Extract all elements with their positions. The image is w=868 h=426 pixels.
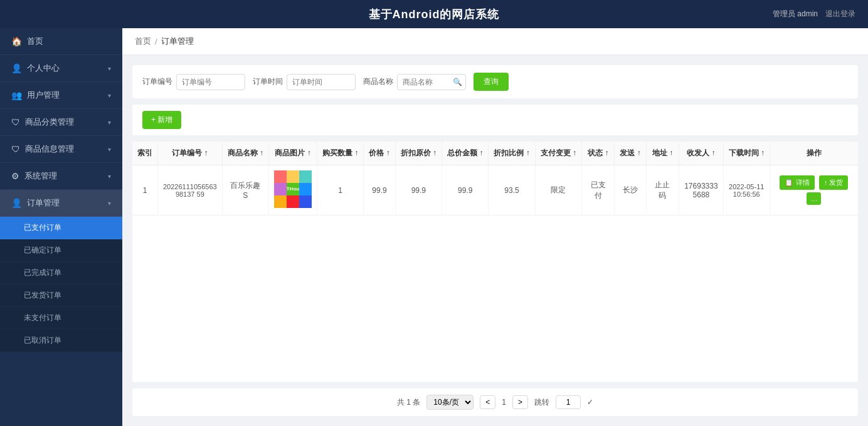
td-receiver: 176933335688	[679, 165, 723, 216]
page-jump-input[interactable]	[556, 395, 581, 409]
order-time-input[interactable]	[287, 74, 356, 90]
gear-icon: ⚙	[11, 171, 19, 181]
submenu-item-unpaid[interactable]: 未支付订单	[0, 307, 122, 330]
filter-goods-name: 商品名称 🔍	[363, 74, 466, 90]
th-original-price[interactable]: 折扣原价 ↑	[395, 142, 442, 165]
order-no-input[interactable]	[176, 74, 245, 90]
submenu-item-confirmed[interactable]: 已确定订单	[0, 239, 122, 262]
td-address: 止止码	[646, 165, 679, 216]
td-price: 99.9	[364, 165, 395, 216]
page-confirm[interactable]: ✓	[587, 398, 593, 407]
current-page: 1	[502, 398, 506, 407]
sidebar-item-home[interactable]: 🏠 首页	[0, 28, 122, 55]
submenu-item-cancelled[interactable]: 已取消订单	[0, 330, 122, 352]
order-table: 索引 订单编号 ↑ 商品名称 ↑ 商品图片 ↑ 购买数量 ↑ 价格 ↑ 折扣原价…	[132, 142, 858, 216]
sidebar-item-goods-category[interactable]: 🛡 商品分类管理 ▾	[0, 109, 122, 136]
submenu-item-completed[interactable]: 已完成订单	[0, 262, 122, 284]
th-discount[interactable]: 折扣比例 ↑	[489, 142, 535, 165]
submenu-item-pending-pay[interactable]: 已支付订单	[0, 217, 122, 239]
filter-bar: 订单编号 订单时间 商品名称 🔍 查询	[132, 65, 858, 98]
svg-rect-8	[287, 195, 299, 208]
td-goods-img: THou	[269, 165, 317, 216]
sidebar: 🏠 首页 👤 个人中心 ▾ 👥 用户管理 ▾ 🛡 商品分类管理 ▾	[0, 28, 122, 426]
order-time-label: 订单时间	[253, 76, 283, 87]
content-inner: 订单编号 订单时间 商品名称 🔍 查询 + 新增	[122, 55, 868, 426]
th-address[interactable]: 地址 ↑	[646, 142, 679, 165]
order-no-label: 订单编号	[142, 76, 172, 87]
th-goods-img[interactable]: 商品图片 ↑	[269, 142, 317, 165]
add-button[interactable]: + 新增	[142, 111, 181, 129]
users-icon: 👥	[11, 90, 22, 100]
th-total-price[interactable]: 总价金额 ↑	[442, 142, 489, 165]
user-label: 管理员 admin	[773, 9, 818, 19]
svg-rect-3	[299, 170, 312, 183]
svg-rect-4	[274, 183, 287, 195]
total-count: 共 1 条	[397, 397, 420, 408]
home-icon: 🏠	[11, 36, 22, 46]
sidebar-item-user-mgmt[interactable]: 👥 用户管理 ▾	[0, 82, 122, 109]
sidebar-label-user-mgmt: 用户管理	[27, 90, 60, 101]
per-page-select[interactable]: 10条/页 20条/页 50条/页	[426, 395, 474, 410]
search-button[interactable]: 查询	[474, 73, 509, 91]
chevron-down-icon-5: ▾	[108, 173, 111, 180]
th-buy-count[interactable]: 购买数量 ↑	[317, 142, 364, 165]
th-pay-change[interactable]: 支付变更 ↑	[535, 142, 581, 165]
td-pay-change: 限定	[535, 165, 581, 216]
td-action: 📋 详情 ↑ 发货 …	[770, 165, 858, 216]
chevron-down-icon-2: ▾	[108, 92, 111, 99]
chevron-down-icon: ▾	[108, 65, 111, 72]
td-order-no: 2022611105656398137 59	[158, 165, 223, 216]
prev-page-button[interactable]: <	[480, 395, 495, 409]
th-price[interactable]: 价格 ↑	[364, 142, 395, 165]
sidebar-item-system[interactable]: ⚙ 系统管理 ▾	[0, 163, 122, 190]
sidebar-item-order-mgmt[interactable]: 👤 订单管理 ▾	[0, 190, 122, 217]
order-submenu: 已支付订单 已确定订单 已完成订单 已发货订单 未支付订单 已取消订单	[0, 217, 122, 352]
product-image: THou	[274, 170, 312, 208]
more-button[interactable]: …	[807, 192, 821, 205]
chevron-down-icon-3: ▾	[108, 119, 111, 126]
breadcrumb-home[interactable]: 首页	[135, 36, 151, 47]
th-goods-name[interactable]: 商品名称 ↑	[222, 142, 268, 165]
send-button[interactable]: ↑ 发货	[819, 175, 849, 190]
th-action: 操作	[770, 142, 858, 165]
shield-icon-2: 🛡	[11, 144, 20, 154]
th-status[interactable]: 状态 ↑	[582, 142, 615, 165]
svg-rect-1	[274, 170, 287, 183]
sidebar-label-goods-category: 商品分类管理	[25, 117, 74, 128]
table-row: 1 2022611105656398137 59 百乐乐趣S	[132, 165, 858, 216]
detail-button[interactable]: 📋 详情	[780, 175, 814, 190]
toolbar: + 新增	[132, 105, 858, 135]
pagination-bar: 共 1 条 10条/页 20条/页 50条/页 < 1 > 跳转 ✓	[132, 388, 858, 416]
svg-text:THou: THou	[287, 186, 300, 192]
top-header: 基于Android的网店系统 管理员 admin 退出登录	[0, 0, 868, 28]
th-receiver[interactable]: 收发人 ↑	[679, 142, 723, 165]
logout-button[interactable]: 退出登录	[825, 9, 855, 19]
filter-order-no: 订单编号	[142, 74, 245, 90]
th-seq: 索引	[132, 142, 158, 165]
user-info: 管理员 admin 退出登录	[773, 9, 855, 19]
main-layout: 🏠 首页 👤 个人中心 ▾ 👥 用户管理 ▾ 🛡 商品分类管理 ▾	[0, 28, 868, 426]
td-buy-count: 1	[317, 165, 364, 216]
breadcrumb-current: 订单管理	[161, 36, 194, 47]
order-icon: 👤	[11, 198, 22, 208]
th-download-time[interactable]: 下载时间 ↑	[723, 142, 770, 165]
th-order-no[interactable]: 订单编号 ↑	[158, 142, 223, 165]
td-goods-name: 百乐乐趣S	[222, 165, 268, 216]
app-title: 基于Android的网店系统	[369, 7, 500, 22]
th-shipping[interactable]: 发送 ↑	[615, 142, 646, 165]
sidebar-label-goods-info: 商品信息管理	[25, 143, 74, 155]
sidebar-item-personal[interactable]: 👤 个人中心 ▾	[0, 55, 122, 82]
sidebar-label-order-mgmt: 订单管理	[27, 197, 60, 209]
submenu-item-wait-receive[interactable]: 已发货订单	[0, 284, 122, 307]
td-download-time: 2022-05-1110:56:56	[723, 165, 770, 216]
td-total-price: 99.9	[442, 165, 489, 216]
person-icon: 👤	[11, 63, 22, 73]
goods-name-search-wrap: 🔍	[397, 74, 466, 90]
content-area: 首页 / 订单管理 订单编号 订单时间 商品名称 🔍	[122, 28, 868, 426]
sidebar-item-goods-info[interactable]: 🛡 商品信息管理 ▾	[0, 136, 122, 163]
table-header-row: 索引 订单编号 ↑ 商品名称 ↑ 商品图片 ↑ 购买数量 ↑ 价格 ↑ 折扣原价…	[132, 142, 858, 165]
goods-name-input[interactable]	[397, 74, 466, 90]
svg-rect-2	[287, 170, 299, 183]
next-page-button[interactable]: >	[512, 395, 528, 409]
sidebar-label-home: 首页	[27, 36, 43, 47]
